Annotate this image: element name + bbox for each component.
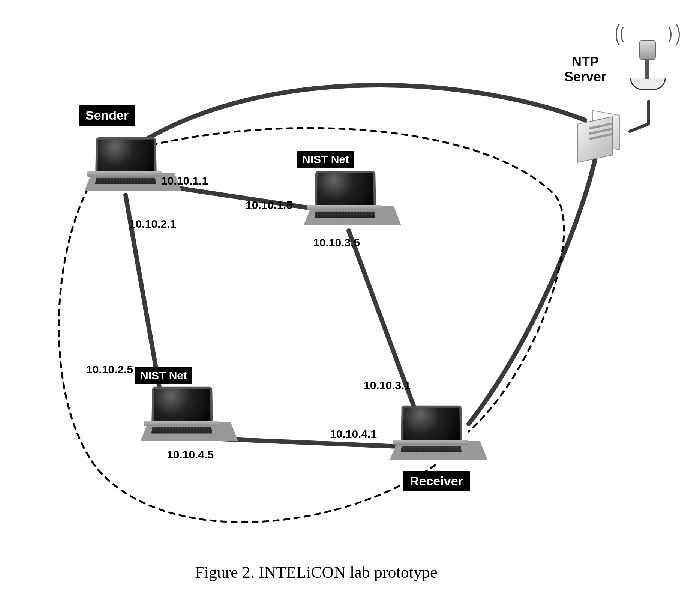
sender-laptop-icon (84, 137, 167, 193)
ip-nist1-to-receiver: 10.10.3.5 (313, 236, 360, 249)
sender-badge: Sender (79, 105, 135, 126)
figure-caption: Figure 2. INTELiCON lab prototype (195, 563, 437, 582)
nist-net-upper-badge: NIST Net (297, 151, 354, 168)
ip-nist1-from-sender: 10.10.1.5 (246, 199, 292, 212)
ntp-server-icon (570, 109, 626, 165)
ntp-server-label: NTPServer (564, 54, 606, 84)
ip-receiver-from-nist1: 10.10.3.1 (364, 379, 411, 392)
nist-net-upper-icon (304, 171, 386, 227)
nist-net-lower-badge: NIST Net (135, 367, 192, 384)
ip-receiver-from-nist2: 10.10.4.1 (330, 428, 377, 440)
ip-nist2-from-sender: 10.10.2.5 (86, 363, 133, 376)
receiver-badge: Receiver (403, 471, 470, 491)
link-sender-ntp (135, 85, 585, 146)
ip-sender-to-nist1: 10.10.1.1 (161, 174, 208, 187)
link-receiver-ntp (469, 154, 596, 424)
ip-nist2-to-receiver: 10.10.4.5 (167, 448, 214, 461)
satellite-antenna-icon (622, 23, 675, 90)
network-wires (0, 0, 700, 610)
link-ntp-satellite (630, 101, 649, 131)
ip-sender-to-nist2: 10.10.2.1 (129, 218, 176, 230)
receiver-laptop-icon (390, 405, 472, 461)
ntp-server-label-line1: NTPServer (564, 54, 606, 84)
nist-net-lower-icon (141, 386, 223, 443)
